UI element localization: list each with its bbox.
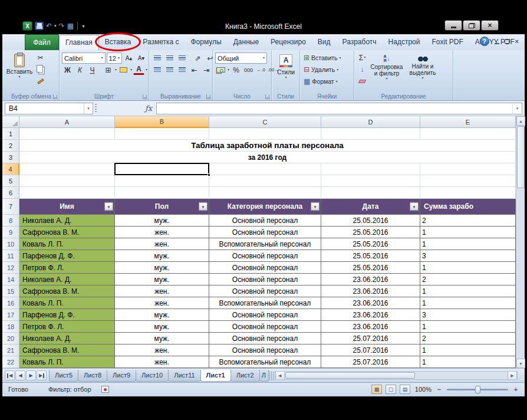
merged-cell-row2[interactable]: Таблица заработной платы персонала [19,140,516,152]
cell-A17[interactable]: Парфенов Д. Ф. [19,309,115,321]
bold-button[interactable]: Ж [62,64,73,76]
horizontal-scroll-thumb[interactable] [285,372,415,379]
cell-E20[interactable]: 2 [420,333,516,344]
cell-A6[interactable] [19,187,115,199]
cell-B15[interactable]: жен. [115,286,209,297]
first-sheet-icon[interactable]: ◀ [5,370,15,380]
cell-E18[interactable]: 1 [420,321,516,333]
prev-sheet-icon[interactable]: ◀ [15,370,25,380]
cell-C21[interactable]: Основной персонал [209,344,321,356]
cell-B21[interactable]: жен. [115,344,209,356]
column-header-c[interactable]: C [209,116,321,128]
name-box[interactable]: B4 ▾ [5,103,93,114]
cell-D6[interactable] [321,187,420,199]
cell-D11[interactable]: 25.05.2016 [321,250,420,262]
horizontal-scrollbar[interactable]: ◀ ▶ [275,371,518,380]
align-right-icon[interactable] [176,64,187,76]
ribbon-tab-3[interactable]: Формулы [185,34,228,50]
cell-D22[interactable]: 25.07.2016 [321,356,420,368]
minimize-button[interactable] [444,20,462,31]
cell-A15[interactable]: Сафронова В. М. [19,286,115,297]
cell-B4[interactable] [115,163,209,175]
column-header-a[interactable]: A [19,116,115,128]
align-center-icon[interactable] [164,64,175,76]
zoom-out-icon[interactable]: − [435,386,443,393]
cell-B16[interactable]: жен. [115,297,209,309]
cell-C15[interactable]: Основной персонал [209,286,321,297]
scroll-down-icon[interactable]: ▼ [516,359,525,368]
table-header-d7[interactable]: Дата▼ [321,199,420,215]
table-header-e7[interactable]: Сумма зарабо [420,199,516,215]
sort-filter-button[interactable]: АЯ ↓ Сортировка и фильтр ▾ [370,52,404,90]
row-header-14[interactable]: 14 [2,274,19,286]
last-sheet-icon[interactable]: ▶ [37,370,47,380]
zoom-level[interactable]: 100% [414,386,432,393]
cell-D12[interactable]: 25.05.2016 [321,262,420,274]
row-header-8[interactable]: 8 [2,215,19,227]
formula-input[interactable] [156,103,512,114]
row-header-3[interactable]: 3 [2,152,19,163]
row-header-17[interactable]: 17 [2,309,19,321]
shrink-font-icon[interactable]: А▾ [136,52,147,64]
row-header-20[interactable]: 20 [2,333,19,344]
cell-C18[interactable]: Основной персонал [209,321,321,333]
workbook-restore-icon[interactable] [505,39,510,44]
row-header-12[interactable]: 12 [2,262,19,274]
view-page-layout-icon[interactable]: ▢ [386,385,396,394]
formula-bar-handle[interactable] [95,104,97,113]
clipboard-dialog-launcher-icon[interactable] [53,94,58,99]
fill-color-dropdown-icon[interactable]: ▾ [130,68,132,72]
cell-E16[interactable]: 1 [420,297,516,309]
cell-D18[interactable]: 23.06.2016 [321,321,420,333]
cell-B17[interactable]: муж. [115,309,209,321]
ribbon-tab-6[interactable]: Вид [312,34,337,50]
table-header-c7[interactable]: Категория персонала▼ [209,199,321,215]
autosum-icon[interactable]: Σ▾ [357,52,368,63]
cell-B14[interactable]: муж. [115,274,209,286]
fill-color-icon[interactable] [118,64,129,76]
help-icon[interactable]: ? [480,37,489,46]
ribbon-tab-9[interactable]: Foxit PDF [426,34,469,50]
cell-C17[interactable]: Основной персонал [209,309,321,321]
filter-dropdown-icon[interactable]: ▼ [311,202,320,211]
cell-E6[interactable] [420,187,516,199]
copy-icon[interactable] [35,64,46,75]
view-page-break-icon[interactable]: ▤ [400,385,410,394]
cell-A9[interactable]: Сафронова В. М. [19,227,115,238]
cell-D9[interactable]: 25.05.2016 [321,227,420,238]
cell-D5[interactable] [321,175,420,187]
delete-cells-button[interactable]: ⊟ Удалить ▾ [302,64,352,76]
next-sheet-icon[interactable]: ▶ [26,370,36,380]
cell-C6[interactable] [209,187,321,199]
cell-E5[interactable] [420,175,516,187]
sheet-tab-7[interactable]: Л [259,370,269,382]
row-header-10[interactable]: 10 [2,238,19,250]
tab-split-handle[interactable] [269,371,274,380]
cell-A22[interactable]: Коваль Л. П. [19,356,115,368]
cell-C8[interactable]: Основной персонал [209,215,321,227]
table-header-b7[interactable]: Пол▼ [115,199,209,215]
currency-dropdown-icon[interactable]: ▾ [228,68,229,72]
scroll-up-icon[interactable]: ▲ [516,116,525,126]
scroll-left-icon[interactable]: ◀ [275,372,285,379]
ribbon-tab-4[interactable]: Данные [228,34,265,50]
find-select-button[interactable]: Найти и выделить ▾ [406,52,440,90]
cell-B22[interactable]: жен. [115,356,209,368]
sheet-tab-2[interactable]: Лист9 [107,370,136,382]
view-normal-icon[interactable]: ▦ [371,385,382,394]
comma-format-icon[interactable]: 000 [243,64,254,76]
cell-A4[interactable] [19,163,115,175]
cut-icon[interactable]: ✂ [35,52,46,63]
cell-C14[interactable]: Основной персонал [209,274,321,286]
cell-D17[interactable]: 23.06.2016 [321,309,420,321]
ribbon-tab-1[interactable]: Вставка [99,34,137,50]
cell-D4[interactable] [321,163,420,175]
cell-E14[interactable]: 2 [420,274,516,286]
cell-A16[interactable]: Коваль Л. П. [19,297,115,309]
percent-format-icon[interactable]: % [230,64,242,76]
cell-C12[interactable]: Основной персонал [209,262,321,274]
cell-B1[interactable] [115,128,209,140]
cell-D21[interactable]: 25.07.2016 [321,344,420,356]
paste-button[interactable]: Вставить ▾ [6,52,33,90]
orientation-icon[interactable]: ⇗ [192,52,203,64]
